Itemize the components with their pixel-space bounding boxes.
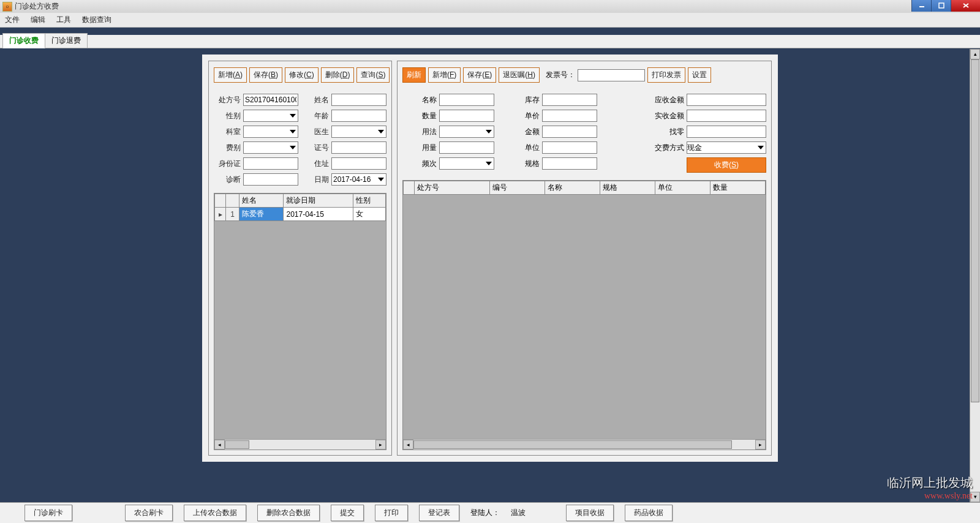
inp-addr[interactable] [331, 157, 386, 170]
sel-paymode[interactable]: 现金 [687, 141, 766, 154]
svg-rect-1 [939, 3, 944, 8]
inp-dose[interactable] [439, 141, 494, 154]
edit-button[interactable]: 修改(C) [285, 67, 318, 83]
patient-grid[interactable]: 姓名 就诊日期 性别 ▸ 1 陈爱香 2017-04-15 女 [214, 194, 386, 450]
col-spec[interactable]: 规格 [600, 181, 655, 195]
col-gender[interactable]: 性别 [353, 194, 385, 208]
lbl-received: 实收金额 [650, 111, 684, 121]
inp-idno[interactable] [331, 141, 386, 154]
cell-name[interactable]: 陈爱香 [239, 208, 284, 221]
query-button[interactable]: 查询(S) [356, 67, 390, 83]
menu-file[interactable]: 文件 [5, 15, 20, 25]
window-title: 门诊处方收费 [15, 1, 59, 12]
sel-feetype[interactable] [243, 141, 298, 154]
inp-rxno[interactable] [243, 94, 298, 106]
save-item-button[interactable]: 保存(E) [463, 67, 496, 83]
inp-qty[interactable] [439, 110, 494, 122]
minimize-button[interactable] [911, 0, 931, 12]
delete-rural-button[interactable]: 删除农合数据 [257, 505, 320, 521]
tab-refund[interactable]: 门诊退费 [45, 33, 88, 48]
lbl-idcard: 身份证 [215, 159, 241, 169]
rural-card-button[interactable]: 农合刷卡 [125, 505, 173, 521]
outpatient-card-button[interactable]: 门诊刷卡 [24, 505, 72, 521]
inp-age[interactable] [331, 110, 386, 122]
inp-idcard[interactable] [243, 157, 298, 170]
patient-grid-hscroll[interactable]: ◂▸ [214, 439, 386, 450]
inp-price[interactable] [542, 110, 597, 122]
cell-gender[interactable]: 女 [353, 208, 385, 221]
col-visitdate[interactable]: 就诊日期 [284, 194, 353, 208]
footer-toolbar: 门诊刷卡 农合刷卡 上传农合数据 删除农合数据 提交 打印 登记表 登陆人： 温… [0, 502, 980, 523]
sel-date[interactable]: 2017-04-16 [331, 173, 386, 186]
upload-rural-button[interactable]: 上传农合数据 [184, 505, 246, 521]
col-rxno[interactable]: 处方号 [415, 181, 490, 195]
backorder-button[interactable]: 退医嘱(H) [499, 67, 540, 83]
lbl-date: 日期 [303, 175, 329, 185]
table-row[interactable]: ▸ 1 陈爱香 2017-04-15 女 [215, 208, 386, 221]
titlebar: o 门诊处方收费 [0, 0, 980, 13]
login-label: 登陆人： [470, 508, 500, 518]
inp-stock[interactable] [542, 94, 597, 106]
delete-button[interactable]: 删除(D) [321, 67, 355, 83]
maximize-button[interactable] [931, 0, 951, 12]
add-item-button[interactable]: 新增(F) [428, 67, 461, 83]
inp-itemname[interactable] [439, 94, 494, 106]
col-itemname[interactable]: 名称 [545, 181, 600, 195]
lbl-gender: 性别 [215, 111, 241, 121]
page-vscroll[interactable]: ▴ ▾ [970, 49, 980, 502]
save-button[interactable]: 保存(B) [249, 67, 282, 83]
item-grid-hscroll[interactable]: ◂▸ [403, 439, 766, 450]
print-button[interactable]: 打印 [375, 505, 408, 521]
menu-edit[interactable]: 编辑 [31, 15, 45, 25]
sel-freq[interactable] [439, 157, 494, 170]
menu-query[interactable]: 数据查询 [82, 15, 111, 25]
lbl-price: 单价 [505, 111, 540, 121]
login-user: 温波 [511, 508, 526, 518]
inp-received[interactable] [687, 110, 766, 122]
left-panel: 新增(A) 保存(B) 修改(C) 删除(D) 查询(S) 处方号 姓名 性别 … [208, 61, 392, 456]
sel-dept[interactable] [243, 126, 298, 138]
lbl-unit: 单位 [505, 143, 540, 153]
lbl-change: 找零 [650, 127, 684, 137]
left-form: 处方号 姓名 性别 年龄 科室 医生 费别 证号 身份证 住址 诊断 日期201… [214, 94, 386, 186]
item-grid[interactable]: 处方号 编号 名称 规格 单位 数量 [403, 181, 766, 450]
inp-unit[interactable] [542, 141, 597, 154]
settings-button[interactable]: 设置 [688, 67, 711, 83]
menu-tools[interactable]: 工具 [56, 15, 71, 25]
sel-gender[interactable] [243, 110, 298, 122]
inp-receivable[interactable] [687, 94, 766, 106]
register-button[interactable]: 登记表 [419, 505, 459, 521]
tab-charge[interactable]: 门诊收费 [2, 33, 45, 48]
cell-visitdate[interactable]: 2017-04-15 [284, 208, 353, 221]
add-button[interactable]: 新增(A) [214, 67, 247, 83]
close-button[interactable] [951, 0, 980, 12]
item-receipt-button[interactable]: 项目收据 [566, 505, 614, 521]
inp-spec[interactable] [542, 157, 597, 170]
left-toolbar: 新增(A) 保存(B) 修改(C) 删除(D) 查询(S) [214, 67, 386, 83]
inp-diag[interactable] [243, 173, 298, 186]
lbl-receivable: 应收金额 [650, 95, 684, 105]
charge-button[interactable]: 收费(S) [687, 157, 766, 173]
watermark-url: www.wsly.net [887, 491, 973, 501]
col-name[interactable]: 姓名 [239, 194, 284, 208]
tab-strip: 门诊收费 门诊退费 [0, 35, 980, 48]
sel-doctor[interactable] [331, 126, 386, 138]
sel-usage[interactable] [439, 126, 494, 138]
inp-invoice[interactable] [578, 69, 645, 81]
inp-change[interactable] [687, 126, 766, 138]
watermark: 临沂网上批发城 www.wsly.net [887, 475, 973, 501]
col-qty[interactable]: 数量 [710, 181, 765, 195]
col-code[interactable]: 编号 [489, 181, 545, 195]
lbl-stock: 库存 [505, 95, 540, 105]
right-form: 名称 数量 用法 用量 频次 库存 单价 金额 单位 规格 应收金额 实收金额 … [402, 94, 766, 173]
col-unit[interactable]: 单位 [655, 181, 710, 195]
inp-amount[interactable] [542, 126, 597, 138]
print-invoice-button[interactable]: 打印发票 [647, 67, 685, 83]
refresh-button[interactable]: 刷新 [402, 67, 426, 83]
lbl-dose: 用量 [402, 143, 437, 153]
right-toolbar: 刷新 新增(F) 保存(E) 退医嘱(H) 发票号： 打印发票 设置 [402, 67, 766, 83]
submit-button[interactable]: 提交 [331, 505, 364, 521]
drug-receipt-button[interactable]: 药品收据 [625, 505, 673, 521]
lbl-freq: 频次 [402, 159, 437, 169]
inp-name[interactable] [331, 94, 386, 106]
